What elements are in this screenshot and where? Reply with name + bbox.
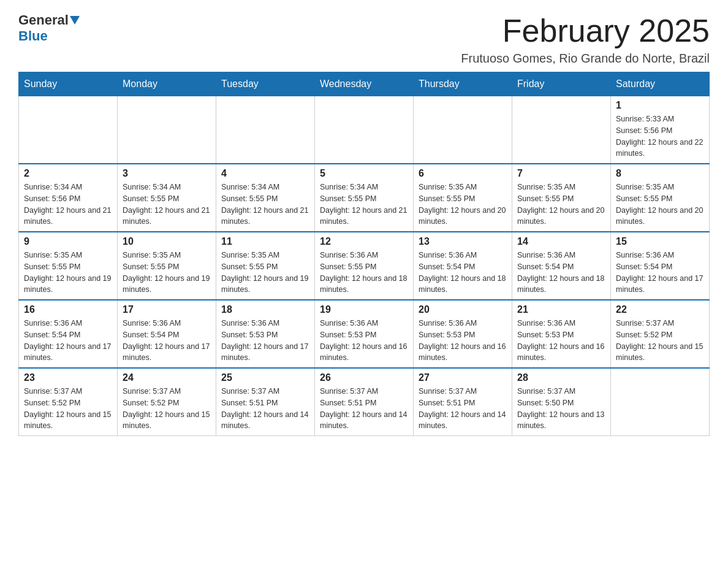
- day-number: 1: [616, 100, 704, 111]
- calendar-cell: 14Sunrise: 5:36 AMSunset: 5:54 PMDayligh…: [512, 232, 611, 300]
- day-number: 14: [517, 236, 605, 247]
- calendar-cell: 2Sunrise: 5:34 AMSunset: 5:56 PMDaylight…: [19, 164, 118, 232]
- col-monday: Monday: [118, 72, 216, 96]
- day-number: 13: [419, 236, 507, 247]
- logo-blue-text: Blue: [18, 28, 48, 44]
- calendar-cell: 20Sunrise: 5:36 AMSunset: 5:53 PMDayligh…: [414, 300, 512, 368]
- day-number: 26: [320, 372, 408, 383]
- day-info: Sunrise: 5:37 AMSunset: 5:51 PMDaylight:…: [419, 386, 507, 432]
- day-number: 17: [123, 304, 211, 315]
- day-number: 12: [320, 236, 408, 247]
- logo: General Blue: [18, 12, 80, 44]
- day-info: Sunrise: 5:35 AMSunset: 5:55 PMDaylight:…: [24, 250, 112, 296]
- day-number: 24: [123, 372, 211, 383]
- col-tuesday: Tuesday: [216, 72, 315, 96]
- calendar-cell: [512, 96, 611, 164]
- day-number: 4: [221, 168, 309, 179]
- day-number: 9: [24, 236, 112, 247]
- calendar-cell: 1Sunrise: 5:33 AMSunset: 5:56 PMDaylight…: [611, 96, 710, 164]
- day-info: Sunrise: 5:36 AMSunset: 5:54 PMDaylight:…: [616, 250, 704, 296]
- logo-general-text: General: [18, 12, 69, 28]
- day-number: 19: [320, 304, 408, 315]
- day-info: Sunrise: 5:33 AMSunset: 5:56 PMDaylight:…: [616, 113, 704, 159]
- day-number: 22: [616, 304, 704, 315]
- calendar-cell: 3Sunrise: 5:34 AMSunset: 5:55 PMDaylight…: [118, 164, 216, 232]
- calendar-cell: 27Sunrise: 5:37 AMSunset: 5:51 PMDayligh…: [414, 368, 512, 436]
- location-title: Frutuoso Gomes, Rio Grande do Norte, Bra…: [461, 52, 710, 66]
- col-wednesday: Wednesday: [315, 72, 414, 96]
- day-number: 10: [123, 236, 211, 247]
- day-info: Sunrise: 5:34 AMSunset: 5:55 PMDaylight:…: [123, 182, 211, 228]
- calendar-cell: 11Sunrise: 5:35 AMSunset: 5:55 PMDayligh…: [216, 232, 315, 300]
- calendar-week-row: 9Sunrise: 5:35 AMSunset: 5:55 PMDaylight…: [19, 232, 710, 300]
- day-info: Sunrise: 5:36 AMSunset: 5:54 PMDaylight:…: [24, 318, 112, 364]
- day-info: Sunrise: 5:34 AMSunset: 5:56 PMDaylight:…: [24, 182, 112, 228]
- calendar-cell: 18Sunrise: 5:36 AMSunset: 5:53 PMDayligh…: [216, 300, 315, 368]
- calendar-cell: 22Sunrise: 5:37 AMSunset: 5:52 PMDayligh…: [611, 300, 710, 368]
- col-thursday: Thursday: [414, 72, 512, 96]
- day-number: 21: [517, 304, 605, 315]
- day-number: 5: [320, 168, 408, 179]
- day-info: Sunrise: 5:36 AMSunset: 5:54 PMDaylight:…: [123, 318, 211, 364]
- day-info: Sunrise: 5:36 AMSunset: 5:54 PMDaylight:…: [517, 250, 605, 296]
- calendar-cell: 17Sunrise: 5:36 AMSunset: 5:54 PMDayligh…: [118, 300, 216, 368]
- day-number: 18: [221, 304, 309, 315]
- day-number: 27: [419, 372, 507, 383]
- day-info: Sunrise: 5:35 AMSunset: 5:55 PMDaylight:…: [221, 250, 309, 296]
- calendar-cell: 23Sunrise: 5:37 AMSunset: 5:52 PMDayligh…: [19, 368, 118, 436]
- day-info: Sunrise: 5:36 AMSunset: 5:53 PMDaylight:…: [419, 318, 507, 364]
- calendar-cell: 28Sunrise: 5:37 AMSunset: 5:50 PMDayligh…: [512, 368, 611, 436]
- calendar-cell: 6Sunrise: 5:35 AMSunset: 5:55 PMDaylight…: [414, 164, 512, 232]
- day-number: 15: [616, 236, 704, 247]
- calendar-cell: 19Sunrise: 5:36 AMSunset: 5:53 PMDayligh…: [315, 300, 414, 368]
- day-info: Sunrise: 5:35 AMSunset: 5:55 PMDaylight:…: [517, 182, 605, 228]
- day-number: 16: [24, 304, 112, 315]
- calendar-week-row: 1Sunrise: 5:33 AMSunset: 5:56 PMDaylight…: [19, 96, 710, 164]
- calendar-header-row: Sunday Monday Tuesday Wednesday Thursday…: [19, 72, 710, 96]
- day-info: Sunrise: 5:37 AMSunset: 5:52 PMDaylight:…: [616, 318, 704, 364]
- day-number: 7: [517, 168, 605, 179]
- calendar-cell: 10Sunrise: 5:35 AMSunset: 5:55 PMDayligh…: [118, 232, 216, 300]
- calendar-cell: [216, 96, 315, 164]
- day-number: 23: [24, 372, 112, 383]
- calendar-cell: 5Sunrise: 5:34 AMSunset: 5:55 PMDaylight…: [315, 164, 414, 232]
- calendar-cell: [414, 96, 512, 164]
- day-info: Sunrise: 5:36 AMSunset: 5:53 PMDaylight:…: [320, 318, 408, 364]
- calendar-cell: 9Sunrise: 5:35 AMSunset: 5:55 PMDaylight…: [19, 232, 118, 300]
- day-number: 28: [517, 372, 605, 383]
- calendar-cell: [118, 96, 216, 164]
- day-info: Sunrise: 5:37 AMSunset: 5:51 PMDaylight:…: [221, 386, 309, 432]
- day-info: Sunrise: 5:35 AMSunset: 5:55 PMDaylight:…: [616, 182, 704, 228]
- calendar-cell: 21Sunrise: 5:36 AMSunset: 5:53 PMDayligh…: [512, 300, 611, 368]
- col-saturday: Saturday: [611, 72, 710, 96]
- calendar-cell: 15Sunrise: 5:36 AMSunset: 5:54 PMDayligh…: [611, 232, 710, 300]
- calendar-week-row: 2Sunrise: 5:34 AMSunset: 5:56 PMDaylight…: [19, 164, 710, 232]
- logo-top-row: General: [18, 12, 80, 28]
- day-info: Sunrise: 5:36 AMSunset: 5:54 PMDaylight:…: [419, 250, 507, 296]
- day-info: Sunrise: 5:36 AMSunset: 5:53 PMDaylight:…: [517, 318, 605, 364]
- day-info: Sunrise: 5:34 AMSunset: 5:55 PMDaylight:…: [320, 182, 408, 228]
- day-info: Sunrise: 5:35 AMSunset: 5:55 PMDaylight:…: [123, 250, 211, 296]
- calendar-cell: 26Sunrise: 5:37 AMSunset: 5:51 PMDayligh…: [315, 368, 414, 436]
- day-info: Sunrise: 5:34 AMSunset: 5:55 PMDaylight:…: [221, 182, 309, 228]
- page-header: General Blue February 2025 Frutuoso Gome…: [18, 12, 710, 66]
- calendar-week-row: 16Sunrise: 5:36 AMSunset: 5:54 PMDayligh…: [19, 300, 710, 368]
- day-info: Sunrise: 5:35 AMSunset: 5:55 PMDaylight:…: [419, 182, 507, 228]
- calendar-table: Sunday Monday Tuesday Wednesday Thursday…: [18, 72, 710, 436]
- title-section: February 2025 Frutuoso Gomes, Rio Grande…: [461, 12, 710, 66]
- day-number: 6: [419, 168, 507, 179]
- day-number: 2: [24, 168, 112, 179]
- calendar-cell: [19, 96, 118, 164]
- calendar-cell: 13Sunrise: 5:36 AMSunset: 5:54 PMDayligh…: [414, 232, 512, 300]
- calendar-cell: [611, 368, 710, 436]
- day-number: 8: [616, 168, 704, 179]
- day-number: 3: [123, 168, 211, 179]
- day-info: Sunrise: 5:37 AMSunset: 5:51 PMDaylight:…: [320, 386, 408, 432]
- day-info: Sunrise: 5:37 AMSunset: 5:52 PMDaylight:…: [24, 386, 112, 432]
- month-title: February 2025: [461, 12, 710, 49]
- calendar-cell: [315, 96, 414, 164]
- calendar-cell: 8Sunrise: 5:35 AMSunset: 5:55 PMDaylight…: [611, 164, 710, 232]
- day-number: 25: [221, 372, 309, 383]
- calendar-cell: 7Sunrise: 5:35 AMSunset: 5:55 PMDaylight…: [512, 164, 611, 232]
- day-info: Sunrise: 5:37 AMSunset: 5:50 PMDaylight:…: [517, 386, 605, 432]
